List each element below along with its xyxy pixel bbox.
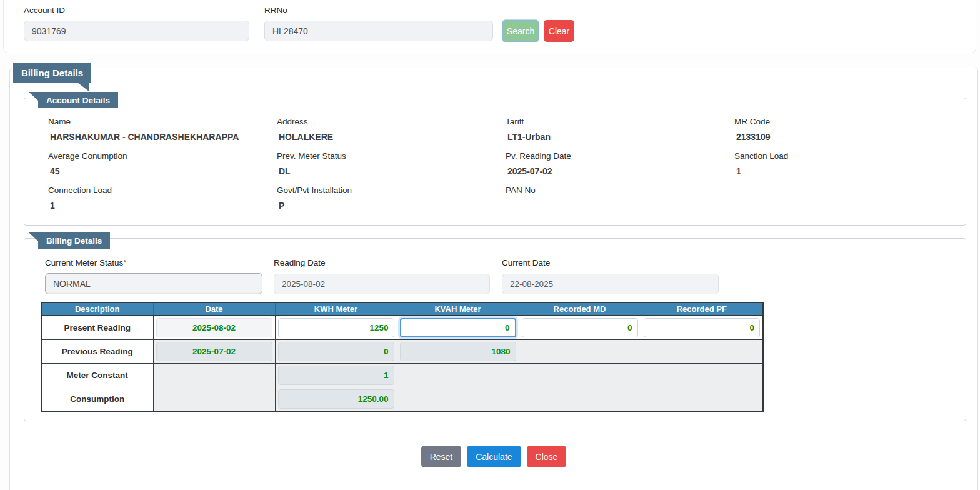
meter-constant-date-cell [153,364,275,388]
present-md-input[interactable] [522,318,638,338]
close-button[interactable]: Close [527,446,567,468]
consumption-label: Consumption [41,388,153,412]
account-field-sanction-load: Sanction Load 1 [734,151,966,186]
header-kvah-meter: KVAH Meter [397,302,519,316]
present-reading-label: Present Reading [41,316,153,340]
account-field-pan-no: PAN No [506,186,734,220]
search-card: Account ID RRNo Search Clear [3,0,976,53]
required-asterisk: * [123,258,126,268]
present-kvah-input[interactable] [400,318,516,338]
account-id-label: Account ID [24,6,65,15]
meter-constant-pf-cell [641,364,763,388]
account-field-pv-reading-date: Pv. Reading Date 2025-07-02 [506,151,734,186]
rrno-label: RRNo [264,6,288,15]
action-buttons-row: Reset Calculate Close [10,446,978,468]
previous-kvah-input [400,342,516,361]
table-row-consumption: Consumption [41,388,763,412]
reset-button[interactable]: Reset [421,446,462,468]
calculate-button[interactable]: Calculate [467,446,521,468]
table-row-previous-reading: Previous Reading [41,340,763,364]
account-field-empty [734,186,966,220]
account-field-prev-meter-status: Prev. Meter Status DL [277,151,506,186]
consumption-md-cell [519,388,641,412]
meter-constant-label: Meter Constant [41,364,153,388]
previous-reading-label: Previous Reading [41,340,153,364]
present-kwh-input[interactable] [278,318,394,338]
meter-constant-kwh-input [278,366,394,385]
account-field-tariff: Tariff LT1-Urban [506,117,734,151]
account-field-mr-code: MR Code 2133109 [734,117,966,151]
reading-date-input[interactable] [274,274,490,294]
search-button[interactable]: Search [502,20,539,42]
consumption-pf-cell [641,388,763,412]
meter-constant-kvah-cell [397,364,519,388]
consumption-kvah-cell [397,388,519,412]
header-recorded-pf: Recorded PF [641,302,763,316]
account-field-average-consumption: Average Conumption 45 [48,151,277,186]
billing-table-header-row: Description Date KWH Meter KVAH Meter Re… [41,302,763,316]
clear-button[interactable]: Clear [544,20,574,42]
current-date-label: Current Date [502,258,550,268]
previous-md-cell [519,340,641,364]
account-details-grid: Name HARSHAKUMAR - CHANDRASHEKHARAPPA Ad… [24,98,966,220]
consumption-kwh-input [278,389,394,409]
account-field-govt-pvt-installation: Govt/Pvt Installation P [277,186,506,220]
previous-kwh-input [278,342,394,361]
header-recorded-md: Recorded MD [519,302,641,316]
table-row-meter-constant: Meter Constant [41,364,763,388]
billing-details-inner-panel: Billing Details Current Meter Status* NO… [24,238,966,421]
header-kwh-meter: KWH Meter [275,302,397,316]
account-details-tab: Account Details [38,92,118,108]
account-field-address: Address HOLALKERE [277,117,506,151]
billing-details-inner-tab: Billing Details [38,232,110,249]
meter-constant-md-cell [519,364,641,388]
table-row-present-reading: Present Reading [41,316,763,340]
consumption-date-cell [153,388,275,412]
current-date-input[interactable] [502,274,719,294]
current-meter-status-label: Current Meter Status* [45,258,127,268]
account-field-name: Name HARSHAKUMAR - CHANDRASHEKHARAPPA [48,117,277,151]
header-description: Description [41,302,153,316]
rrno-input[interactable] [264,21,493,41]
account-details-panel: Account Details Name HARSHAKUMAR - CHAND… [24,98,966,226]
present-date-input[interactable] [156,318,272,338]
reading-date-label: Reading Date [274,258,326,268]
previous-date-input [156,342,272,361]
header-date: Date [153,302,275,316]
account-id-input[interactable] [24,21,249,41]
billing-table: Description Date KWH Meter KVAH Meter Re… [41,302,764,412]
previous-pf-cell [641,340,763,364]
current-meter-status-select[interactable]: NORMAL [45,273,262,294]
present-pf-input[interactable] [644,318,761,338]
account-field-connection-load: Connection Load 1 [48,186,277,220]
billing-details-panel: Billing Details Account Details Name HAR… [9,68,978,490]
billing-details-tab: Billing Details [13,62,91,82]
